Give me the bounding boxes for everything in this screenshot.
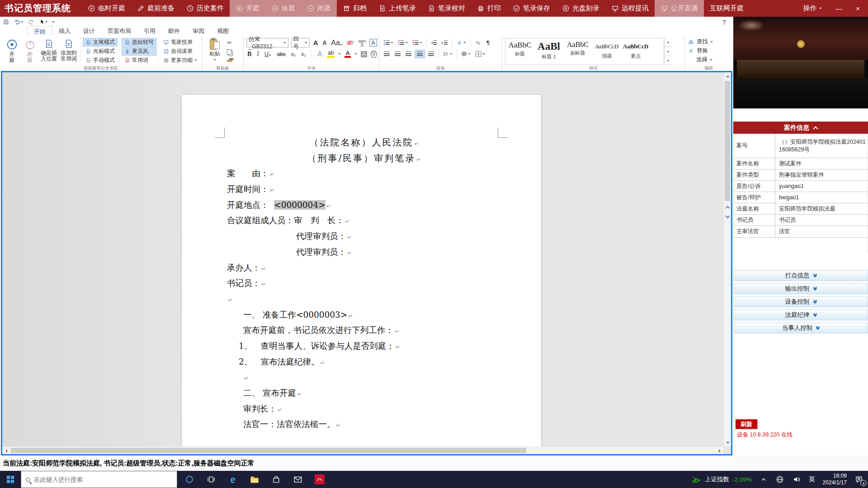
font-size-combo[interactable]: 四号: [291, 38, 310, 47]
shrink-font-button[interactable]: A: [322, 39, 328, 47]
grow-font-button[interactable]: A: [312, 38, 319, 47]
paste-button[interactable]: 粘贴: [205, 37, 225, 62]
sort-button[interactable]: [473, 38, 483, 47]
touch-mode-button[interactable]: [39, 19, 48, 25]
format-painter-button[interactable]: [227, 57, 232, 65]
horizontal-scrollbar[interactable]: [2, 446, 723, 454]
open-court-button[interactable]: 开庭: [3, 37, 21, 63]
topbar-item-disc-burn[interactable]: 光盘刻录: [556, 0, 605, 17]
cut-button[interactable]: ✂: [227, 39, 232, 47]
edge-browser-icon[interactable]: e: [227, 473, 239, 486]
bullets-button[interactable]: [382, 38, 395, 47]
change-case-button[interactable]: Aa: [330, 38, 344, 47]
topbar-item-record-save[interactable]: 笔录保存: [507, 0, 556, 17]
scroll-right-button[interactable]: [716, 447, 723, 455]
styles-scroll-down[interactable]: [665, 47, 671, 56]
italic-button[interactable]: I: [256, 50, 260, 58]
highlight-color-button[interactable]: ab: [327, 50, 335, 58]
style-item-emphasis[interactable]: AaBbCcD强调: [592, 38, 621, 65]
toggle-raw-transcribe[interactable]: 原始转写: [122, 38, 156, 47]
volume-icon[interactable]: [792, 475, 801, 484]
mail-icon[interactable]: [292, 473, 304, 486]
help-button[interactable]: ?: [722, 19, 726, 26]
toggle-docend-mode[interactable]: 文尾模式: [83, 38, 118, 47]
topbar-item-temp-session[interactable]: 临时开庭: [82, 0, 131, 17]
stock-ticker-widget[interactable]: 上证指数 -2.09%: [691, 474, 752, 484]
panel-device-control[interactable]: 设备控制: [733, 296, 868, 307]
cortana-icon[interactable]: [184, 473, 195, 486]
action-center-button[interactable]: 4: [854, 475, 863, 484]
tab-view[interactable]: 视图: [211, 26, 235, 36]
topbar-item-history-cases[interactable]: 历史案件: [180, 0, 230, 17]
toggle-common-words[interactable]: 常用词: [122, 56, 156, 65]
next-page-button[interactable]: [724, 212, 731, 220]
decrease-indent-button[interactable]: [429, 38, 439, 47]
bold-button[interactable]: B: [246, 50, 252, 58]
tab-mailings[interactable]: 邮件: [162, 26, 186, 36]
customize-qat-button[interactable]: [52, 20, 55, 24]
copy-button[interactable]: [227, 48, 232, 56]
network-globe-icon[interactable]: [775, 475, 784, 484]
replace-button[interactable]: 替换: [688, 46, 731, 55]
scroll-down-button[interactable]: [724, 439, 731, 446]
toggle-auto-scroll[interactable]: 自动滚屏: [160, 47, 200, 56]
borders-button[interactable]: [474, 50, 487, 58]
panel-court-discipline[interactable]: 法庭纪律: [733, 310, 868, 320]
document-page[interactable]: （法院名称）人民法院↵ （刑事/民事）审判笔录↵ 案 由：↵ 开庭时间：↵ 开庭…: [182, 95, 541, 446]
justify-button[interactable]: [415, 50, 425, 58]
character-shading-button[interactable]: A: [361, 51, 367, 57]
undo-button[interactable]: [14, 19, 24, 25]
clear-formatting-button[interactable]: [346, 40, 355, 45]
distribute-button[interactable]: [426, 50, 436, 58]
task-view-icon[interactable]: [205, 473, 217, 486]
show-hidden-icons-button[interactable]: [760, 475, 768, 483]
enclose-characters-button[interactable]: A: [369, 39, 377, 47]
add-common-word-button[interactable]: 添加到常用词: [59, 37, 79, 62]
topbar-item-remote-interrogation[interactable]: 远程提讯: [605, 0, 655, 17]
font-color-button[interactable]: A: [344, 50, 350, 58]
more-functions-button[interactable]: 更多功能: [160, 56, 200, 65]
show-marks-button[interactable]: ¶: [484, 38, 491, 47]
previous-page-button[interactable]: [724, 204, 731, 212]
tab-review[interactable]: 审阅: [186, 26, 211, 36]
tab-insert[interactable]: 插入: [52, 26, 77, 36]
styles-scroll-up[interactable]: [665, 38, 671, 47]
increase-indent-button[interactable]: [440, 38, 449, 47]
toggle-record-cast[interactable]: 笔录投屏: [160, 38, 200, 47]
vertical-scroll-thumb[interactable]: [725, 81, 730, 201]
style-item-keypoint[interactable]: AaBbCcD要点: [621, 38, 650, 65]
asian-layout-button[interactable]: [454, 38, 468, 47]
superscript-button[interactable]: x2: [300, 51, 307, 58]
tab-page-layout[interactable]: 页面布局: [101, 26, 137, 36]
subscript-button[interactable]: x2: [290, 51, 297, 58]
ms-store-icon[interactable]: [270, 473, 282, 486]
search-input[interactable]: [34, 476, 156, 483]
styles-gallery-more[interactable]: [665, 56, 671, 65]
line-spacing-button[interactable]: [441, 50, 454, 58]
tab-home[interactable]: 开始: [27, 26, 52, 36]
scroll-up-button[interactable]: [724, 72, 731, 80]
toggle-microphone[interactable]: 麦克风: [122, 47, 156, 56]
panel-output-control[interactable]: 输出控制: [733, 283, 868, 294]
vertical-scrollbar[interactable]: [723, 72, 731, 446]
panel-party-control[interactable]: 当事人控制: [733, 323, 868, 333]
scroll-left-button[interactable]: [2, 447, 10, 455]
panel-marker-info[interactable]: 打点信息: [733, 270, 868, 281]
align-left-button[interactable]: [382, 50, 392, 58]
topbar-item-internet-court[interactable]: 互联网开庭: [704, 0, 750, 17]
topbar-item-archive[interactable]: 归档: [337, 0, 373, 17]
topbar-item-pretrial-prepare[interactable]: 庭前准备: [131, 0, 180, 17]
start-button[interactable]: [0, 471, 21, 488]
align-right-button[interactable]: [404, 50, 413, 58]
style-item-subtitle[interactable]: AaBbC副标题: [563, 38, 592, 65]
align-center-button[interactable]: [393, 50, 402, 58]
input-language-indicator[interactable]: 英: [809, 475, 815, 483]
style-item-title[interactable]: AaBbC标题: [505, 38, 534, 65]
operation-menu[interactable]: 操作: [803, 4, 822, 13]
text-effects-button[interactable]: A: [316, 50, 324, 59]
select-button[interactable]: 选择: [688, 55, 731, 64]
toggle-cursor-mode[interactable]: 光标模式: [83, 47, 118, 56]
redo-button[interactable]: [28, 19, 35, 25]
topbar-item-print[interactable]: 打印: [471, 0, 507, 17]
font-name-combo[interactable]: 仿宋_GB2312: [246, 38, 288, 47]
